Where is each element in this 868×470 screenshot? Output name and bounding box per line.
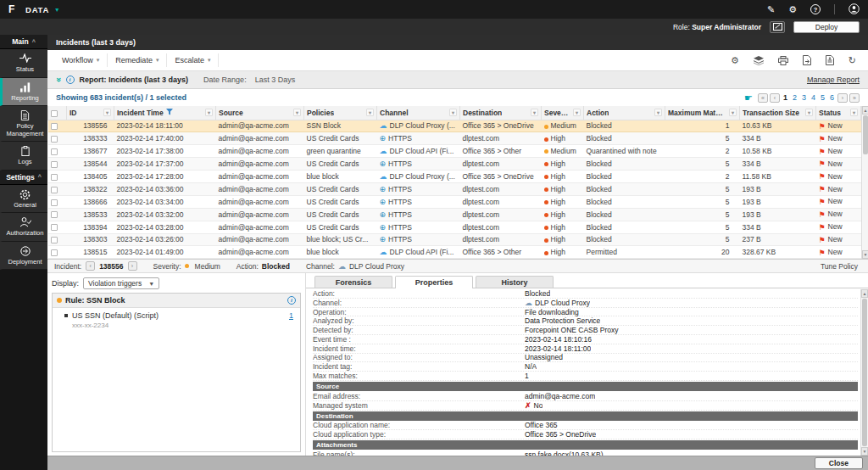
layers-icon[interactable] — [754, 56, 764, 65]
export-report-icon[interactable] — [803, 55, 811, 65]
scroll-down-icon[interactable]: ▼ — [862, 250, 868, 259]
page-number-1[interactable]: 1 — [782, 93, 789, 102]
row-checkbox[interactable] — [48, 195, 67, 208]
row-checkbox[interactable] — [48, 120, 67, 132]
menu-workflow[interactable]: Workflow▾ — [54, 53, 108, 67]
row-checkbox[interactable] — [48, 221, 67, 233]
tab-history[interactable]: History — [476, 276, 554, 288]
sidebar-item-reporting[interactable]: Reporting — [0, 78, 47, 107]
incident-row-138322[interactable]: 1383222023-02-14 03:36:00admin@qa-acme.c… — [48, 182, 861, 195]
close-button[interactable]: Close — [815, 457, 863, 469]
sidebar-item-status[interactable]: Status — [0, 49, 47, 78]
product-chevron-down-icon[interactable]: ▾ — [55, 6, 58, 14]
column-header-status[interactable]: Status▾ — [816, 106, 861, 120]
row-checkbox[interactable] — [48, 208, 67, 221]
tune-policy-link[interactable]: Tune Policy — [821, 262, 861, 271]
column-header-channel[interactable]: Channel▾ — [377, 106, 460, 120]
last-page-button[interactable]: » — [849, 93, 860, 103]
column-menu-icon[interactable]: ▾ — [103, 109, 111, 116]
row-checkbox[interactable] — [48, 171, 67, 183]
help-icon[interactable]: ? — [810, 4, 821, 14]
edit-icon[interactable]: ✎ — [767, 5, 775, 14]
column-header-id[interactable]: ID▾ — [67, 106, 114, 120]
sidebar-item-deployment[interactable]: Deployment — [0, 242, 47, 271]
column-menu-icon[interactable]: ▾ — [531, 109, 538, 116]
tab-forensics[interactable]: Forensics — [314, 276, 392, 288]
sidebar-section-main[interactable]: Main^ — [0, 35, 47, 49]
column-header-action[interactable]: Action▾ — [584, 106, 665, 120]
scroll-up-icon[interactable]: ▲ — [862, 106, 868, 115]
column-menu-icon[interactable]: ▾ — [205, 109, 213, 116]
incident-row-138333[interactable]: 1383332023-02-14 17:40:00admin@qa-acme.c… — [48, 132, 861, 145]
page-number-6[interactable]: 6 — [828, 93, 836, 102]
incident-row-138677[interactable]: 1386772023-02-14 17:38:00admin@qa-acme.c… — [48, 145, 861, 158]
incident-row-138515[interactable]: 1385152023-02-14 01:49:00admin@qa-acme.c… — [48, 246, 861, 259]
column-header-maximum-matches[interactable]: Maximum Matches▾ — [665, 106, 740, 120]
sidebar-item-logs[interactable]: Logs — [0, 142, 47, 171]
column-header-transaction-size[interactable]: Transaction Size▾ — [740, 106, 816, 120]
column-menu-icon[interactable]: ▾ — [654, 109, 662, 116]
settings-icon[interactable]: ⚙ — [788, 5, 797, 14]
menu-escalate[interactable]: Escalate▾ — [167, 53, 219, 67]
user-icon[interactable] — [849, 3, 860, 16]
prev-incident-button[interactable]: ‹ — [86, 261, 95, 271]
column-header-policies[interactable]: Policies▾ — [304, 106, 377, 120]
info-icon[interactable]: i — [66, 76, 75, 84]
page-number-2[interactable]: 2 — [791, 93, 798, 102]
row-checkbox[interactable] — [48, 182, 67, 195]
column-menu-icon[interactable]: ▾ — [449, 109, 457, 116]
scroll-thumb[interactable] — [863, 115, 868, 154]
scroll-thumb[interactable] — [862, 299, 867, 446]
print-icon[interactable] — [778, 56, 788, 65]
refresh-icon[interactable]: ↻ — [849, 56, 856, 65]
filter-funnel-icon[interactable] — [166, 109, 173, 117]
incident-row-138394[interactable]: 1383942023-02-14 03:28:00admin@qa-acme.c… — [48, 221, 861, 233]
row-checkbox[interactable] — [48, 132, 67, 145]
incident-row-138666[interactable]: 1386662023-02-14 03:34:00admin@qa-acme.c… — [48, 195, 861, 208]
deploy-button[interactable]: Deploy — [793, 21, 860, 33]
column-menu-icon[interactable]: ▾ — [729, 109, 737, 116]
scroll-down-icon[interactable]: ▼ — [861, 447, 868, 456]
incident-row-138544[interactable]: 1385442023-02-14 17:37:00admin@qa-acme.c… — [48, 158, 861, 171]
trigger-count-link[interactable]: 1 — [289, 311, 293, 320]
column-menu-icon[interactable]: ▾ — [573, 109, 581, 116]
column-header-destination[interactable]: Destination▾ — [460, 106, 542, 120]
sidebar-item-general[interactable]: General — [0, 185, 47, 214]
row-checkbox[interactable] — [48, 158, 67, 171]
sidebar-section-settings[interactable]: Settings^ — [0, 171, 47, 185]
scroll-up-icon[interactable]: ▲ — [861, 289, 868, 298]
sidebar-item-policy-management[interactable]: Policy Management — [0, 106, 47, 142]
prev-page-button[interactable]: ‹ — [770, 93, 780, 103]
page-number-5[interactable]: 5 — [819, 93, 826, 102]
incident-row-138303[interactable]: 1383032023-02-14 03:26:00admin@qa-acme.c… — [48, 233, 861, 246]
row-checkbox[interactable] — [48, 233, 67, 246]
select-all-checkbox[interactable] — [48, 106, 67, 120]
properties-scrollbar[interactable]: ▲ ▼ — [860, 289, 868, 456]
violation-trigger-row[interactable]: US SSN (Default) (Script) 1 — [53, 308, 300, 321]
incident-row-138533[interactable]: 1385332023-02-14 03:32:00admin@qa-acme.c… — [48, 208, 861, 221]
row-checkbox[interactable] — [48, 145, 67, 158]
incident-row-138556[interactable]: 1385562023-02-14 18:11:00admin@qa-acme.c… — [48, 120, 861, 132]
column-header-source[interactable]: Source▾ — [216, 106, 304, 120]
sidebar-item-authorization[interactable]: Authorization — [0, 213, 47, 242]
column-header-severity[interactable]: Severity▾ — [542, 106, 584, 120]
export-table-icon[interactable] — [826, 55, 834, 65]
table-scrollbar[interactable]: ▲ ▼ — [861, 106, 868, 259]
menu-remediate[interactable]: Remediate▾ — [108, 53, 167, 67]
deploy-status-icon[interactable] — [770, 21, 785, 33]
tab-properties[interactable]: Properties — [395, 276, 473, 288]
row-checkbox[interactable] — [48, 246, 67, 259]
product-name[interactable]: DATA — [25, 5, 49, 14]
column-menu-icon[interactable]: ▾ — [293, 109, 301, 116]
manage-report-link[interactable]: Manage Report — [807, 76, 860, 84]
column-menu-icon[interactable]: ▾ — [366, 109, 374, 116]
column-menu-icon[interactable]: ▾ — [850, 109, 858, 116]
rule-info-icon[interactable]: i — [287, 296, 296, 305]
table-settings-icon[interactable]: ⚙ — [731, 56, 739, 65]
incident-row-138405[interactable]: 1384052023-02-14 17:28:00admin@qa-acme.c… — [48, 171, 861, 183]
page-number-4[interactable]: 4 — [810, 93, 817, 102]
page-number-3[interactable]: 3 — [800, 93, 808, 102]
collapse-chevrons-icon[interactable]: » — [55, 77, 62, 82]
next-incident-button[interactable]: › — [128, 261, 137, 271]
display-select[interactable]: Violation triggers▼ — [83, 277, 159, 289]
